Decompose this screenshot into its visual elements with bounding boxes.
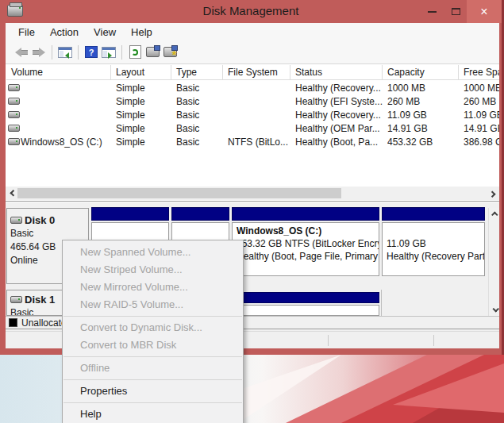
column-header-free-space[interactable]: Free Space [459,65,499,80]
menu-file[interactable]: File [12,25,41,40]
help-icon: ? [85,46,98,58]
disk0-partition-windows8-os[interactable]: Windows8_OS (C:) 453.32 GB NTFS (BitLock… [232,202,379,279]
menu-action[interactable]: Action [44,25,85,40]
cell-volume: Windows8_OS (C:) [21,137,114,148]
menubar: File Action View Help [6,23,499,40]
menu-view[interactable]: View [87,25,122,40]
menu-separator [63,356,242,357]
toolbar: ? * [6,40,499,64]
status-separator [328,335,329,346]
table-row[interactable]: Simple Basic Healthy (Recovery... 1000 M… [6,82,499,95]
forward-button[interactable] [30,44,48,61]
partition-status: Healthy (Boot, Page File, Primary [237,250,379,263]
cell-layout: Simple [116,123,171,134]
cell-capacity: 260 MB [387,96,459,107]
cell-status: Healthy (Recovery... [295,110,383,121]
table-row[interactable]: Simple Basic Healthy (EFI Syste... 260 M… [6,95,499,109]
table-row[interactable]: Windows8_OS (C:) Simple Basic NTFS (BitL… [6,136,499,149]
cell-layout: Simple [116,110,171,121]
column-header-status[interactable]: Status [290,65,383,80]
cell-free: 1000 MB [464,83,499,94]
partition-label: Windows8_OS (C:) [237,225,379,237]
menu-item-convert-to-mbr-disk[interactable]: Convert to MBR Disk [63,336,243,354]
volume-icon [8,138,20,145]
volume-icon [8,84,20,91]
action-pane-button[interactable] [100,44,117,61]
menu-item-help[interactable]: Help [63,406,243,423]
column-header-type[interactable]: Type [171,65,223,80]
status-separator [433,335,434,346]
cell-status: Healthy (OEM Par... [295,123,383,134]
disk1-name: Disk 1 [25,293,55,306]
menu-item-offline[interactable]: Offline [63,360,243,377]
cell-type: Basic [176,123,223,134]
partition-header [382,207,485,221]
rescan-disks-button[interactable]: * [161,44,179,61]
disk-context-menu: New Spanned Volume... New Striped Volume… [62,240,244,423]
close-button[interactable]: × [467,0,502,23]
toolbar-separator [52,45,52,60]
disk0-type: Basic [10,227,88,240]
cell-file-system: NTFS (BitLo... [228,137,294,148]
minimize-icon [428,11,437,13]
volume-icon [8,111,20,118]
disk-properties-icon [146,47,160,57]
toolbar-separator [121,45,122,60]
disk-icon [10,217,22,224]
help-button[interactable]: ? [83,44,100,61]
menu-item-convert-to-dynamic-disk[interactable]: Convert to Dynamic Disk... [63,319,243,336]
partition-size: 11.09 GB [387,237,484,250]
scrollbar-thumb[interactable] [17,188,341,198]
cell-capacity: 1000 MB [387,83,459,94]
cell-layout: Simple [116,137,171,148]
titlebar[interactable]: Disk Management × [0,0,502,23]
table-row[interactable]: Simple Basic Healthy (Recovery... 11.09 … [6,109,499,122]
column-header-volume[interactable]: Volume [6,65,111,80]
menu-separator [63,379,242,380]
menu-separator [63,402,242,403]
back-icon [13,47,29,58]
maximize-button[interactable] [444,0,467,23]
chevron-up-icon [491,211,498,217]
menu-item-new-raid5-volume[interactable]: New RAID-5 Volume... [63,296,243,313]
cell-type: Basic [176,96,223,107]
disk0-partition-recovery[interactable]: 11.09 GB Healthy (Recovery Part [382,202,485,279]
minimize-button[interactable] [419,0,444,23]
refresh-button[interactable] [126,44,144,61]
table-row[interactable]: Simple Basic Healthy (OEM Par... 14.91 G… [6,122,499,136]
forward-icon [31,47,47,58]
column-header-capacity[interactable]: Capacity [383,65,459,80]
cell-status: Healthy (Recovery... [295,83,383,94]
unallocated-swatch [9,318,17,327]
volume-icon [8,125,20,132]
volume-list: Volume Layout Type File System Status Ca… [6,64,499,201]
scroll-right-button[interactable] [486,187,499,200]
cell-status: Healthy (Boot, Pa... [295,137,383,148]
disk-properties-button[interactable] [144,44,161,61]
chevron-right-icon [489,190,495,197]
horizontal-scrollbar[interactable] [6,187,499,200]
menu-item-new-striped-volume[interactable]: New Striped Volume... [63,261,243,279]
menu-item-properties[interactable]: Properties [63,383,243,400]
column-header-layout[interactable]: Layout [111,65,171,80]
scroll-down-button[interactable] [489,303,499,316]
menu-separator [63,316,242,317]
maximize-icon [452,8,460,15]
chevron-down-icon [492,306,498,312]
vertical-scrollbar[interactable] [488,208,499,316]
menu-item-new-spanned-volume[interactable]: New Spanned Volume... [63,244,243,261]
menu-item-new-mirrored-volume[interactable]: New Mirrored Volume... [63,279,243,296]
scroll-up-button[interactable] [489,208,499,221]
back-button[interactable] [13,44,30,61]
window-border-right [499,23,502,355]
close-icon: × [480,5,487,19]
console-tree-button[interactable] [56,44,74,61]
column-header-file-system[interactable]: File System [223,65,290,80]
menu-help[interactable]: Help [125,25,159,40]
cell-free: 260 MB [464,96,499,107]
toolbar-separator [78,45,79,60]
cell-free: 11.09 GB [464,110,499,121]
partition-size-fs: 453.32 GB NTFS (BitLocker Encry [237,237,379,250]
action-pane-icon [102,47,116,58]
partition-header [171,207,229,221]
